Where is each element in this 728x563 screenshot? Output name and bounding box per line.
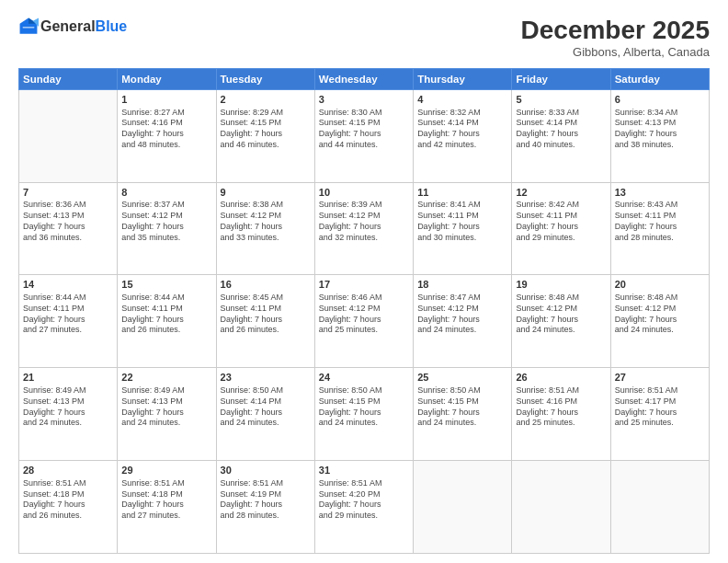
calendar-cell-w3d5: 18Sunrise: 8:47 AMSunset: 4:12 PMDayligh… <box>414 275 512 368</box>
calendar-cell-w3d4: 17Sunrise: 8:46 AMSunset: 4:12 PMDayligh… <box>314 275 413 368</box>
cell-text-line: Sunrise: 8:49 AM <box>23 385 113 396</box>
calendar-cell-w4d4: 24Sunrise: 8:50 AMSunset: 4:15 PMDayligh… <box>314 368 413 461</box>
calendar-table: Sunday Monday Tuesday Wednesday Thursday… <box>18 68 710 554</box>
cell-text-line: Sunrise: 8:27 AM <box>121 108 211 119</box>
calendar-cell-w2d5: 11Sunrise: 8:41 AMSunset: 4:11 PMDayligh… <box>414 182 512 275</box>
cell-text-line: Daylight: 7 hours <box>23 500 113 511</box>
cell-text-line: and 42 minutes. <box>417 140 507 151</box>
cell-text-line: Sunrise: 8:41 AM <box>417 200 507 211</box>
cell-text-line: and 26 minutes. <box>121 325 211 336</box>
page: GeneralBlue December 2025 Gibbons, Alber… <box>0 0 728 563</box>
cell-text-line: Sunset: 4:15 PM <box>221 118 311 129</box>
cell-text-line: and 32 minutes. <box>319 233 409 244</box>
cell-text-line: Daylight: 7 hours <box>319 129 409 140</box>
cell-text-line: Daylight: 7 hours <box>23 222 113 233</box>
cell-text-line: Sunset: 4:12 PM <box>121 211 211 222</box>
cell-text-line: Daylight: 7 hours <box>23 315 113 326</box>
calendar-cell-w5d6 <box>512 461 610 554</box>
month-title: December 2025 <box>521 17 710 45</box>
calendar-cell-w2d2: 8Sunrise: 8:37 AMSunset: 4:12 PMDaylight… <box>118 182 216 275</box>
cell-text-line: Daylight: 7 hours <box>121 222 211 233</box>
calendar-week-3: 14Sunrise: 8:44 AMSunset: 4:11 PMDayligh… <box>19 275 710 368</box>
cell-text-line: Sunrise: 8:39 AM <box>319 200 409 211</box>
calendar-cell-w4d5: 25Sunrise: 8:50 AMSunset: 4:15 PMDayligh… <box>414 368 512 461</box>
cell-text-line: Sunset: 4:12 PM <box>615 304 705 315</box>
cell-text-line: Sunrise: 8:51 AM <box>121 478 211 489</box>
cell-text-line: Sunrise: 8:48 AM <box>615 293 705 304</box>
cell-text-line: Daylight: 7 hours <box>319 315 409 326</box>
cell-text-line: and 33 minutes. <box>221 233 311 244</box>
cell-text-line: and 27 minutes. <box>23 325 113 336</box>
calendar-cell-w3d7: 20Sunrise: 8:48 AMSunset: 4:12 PMDayligh… <box>610 275 709 368</box>
cell-text-line: Sunset: 4:11 PM <box>615 211 705 222</box>
cell-text-line: Daylight: 7 hours <box>319 222 409 233</box>
header-saturday: Saturday <box>610 68 709 89</box>
cell-text-line: Sunrise: 8:50 AM <box>319 385 409 396</box>
calendar-week-4: 21Sunrise: 8:49 AMSunset: 4:13 PMDayligh… <box>19 368 710 461</box>
cell-text-line: Daylight: 7 hours <box>221 408 311 419</box>
cell-text-line: Sunset: 4:20 PM <box>319 489 409 500</box>
title-block: December 2025 Gibbons, Alberta, Canada <box>521 17 710 59</box>
cell-text-line: Sunrise: 8:33 AM <box>516 108 606 119</box>
cell-text-line: Daylight: 7 hours <box>121 408 211 419</box>
day-number: 19 <box>516 278 606 292</box>
day-number: 30 <box>221 464 311 477</box>
logo-icon <box>18 17 39 37</box>
day-number: 8 <box>121 186 211 200</box>
cell-text-line: Daylight: 7 hours <box>121 315 211 326</box>
cell-text-line: Daylight: 7 hours <box>417 222 507 233</box>
cell-text-line: Sunrise: 8:51 AM <box>221 478 311 489</box>
calendar-cell-w4d2: 22Sunrise: 8:49 AMSunset: 4:13 PMDayligh… <box>118 368 216 461</box>
cell-text-line: Sunset: 4:11 PM <box>121 304 211 315</box>
calendar-cell-w1d2: 1Sunrise: 8:27 AMSunset: 4:16 PMDaylight… <box>118 89 216 182</box>
cell-text-line: Sunset: 4:11 PM <box>516 211 606 222</box>
cell-text-line: Sunset: 4:12 PM <box>319 211 409 222</box>
cell-text-line: Daylight: 7 hours <box>417 408 507 419</box>
cell-text-line: Daylight: 7 hours <box>319 500 409 511</box>
cell-text-line: and 24 minutes. <box>319 418 409 429</box>
day-number: 7 <box>23 186 113 200</box>
logo-general: General <box>40 18 96 34</box>
cell-text-line: Sunrise: 8:32 AM <box>417 108 507 119</box>
calendar-cell-w5d4: 31Sunrise: 8:51 AMSunset: 4:20 PMDayligh… <box>314 461 413 554</box>
cell-text-line: Daylight: 7 hours <box>221 315 311 326</box>
cell-text-line: and 25 minutes. <box>516 418 606 429</box>
header-monday: Monday <box>118 68 216 89</box>
cell-text-line: and 27 minutes. <box>121 511 211 522</box>
day-number: 6 <box>615 93 705 107</box>
cell-text-line: and 24 minutes. <box>121 418 211 429</box>
header-wednesday: Wednesday <box>314 68 413 89</box>
cell-text-line: and 24 minutes. <box>221 418 311 429</box>
cell-text-line: and 40 minutes. <box>516 140 606 151</box>
cell-text-line: Sunrise: 8:49 AM <box>121 385 211 396</box>
day-number: 26 <box>516 371 606 385</box>
cell-text-line: and 25 minutes. <box>319 325 409 336</box>
day-number: 14 <box>23 278 113 292</box>
day-number: 2 <box>221 93 311 107</box>
cell-text-line: Sunrise: 8:51 AM <box>615 385 705 396</box>
calendar-cell-w2d1: 7Sunrise: 8:36 AMSunset: 4:13 PMDaylight… <box>19 182 118 275</box>
cell-text-line: Daylight: 7 hours <box>319 408 409 419</box>
day-number: 1 <box>121 93 211 107</box>
cell-text-line: Sunrise: 8:36 AM <box>23 200 113 211</box>
calendar-cell-w5d2: 29Sunrise: 8:51 AMSunset: 4:18 PMDayligh… <box>118 461 216 554</box>
cell-text-line: Sunset: 4:14 PM <box>417 118 507 129</box>
cell-text-line: Sunset: 4:11 PM <box>221 304 311 315</box>
cell-text-line: Sunrise: 8:50 AM <box>221 385 311 396</box>
cell-text-line: Sunset: 4:12 PM <box>221 211 311 222</box>
cell-text-line: Sunrise: 8:48 AM <box>516 293 606 304</box>
header: GeneralBlue December 2025 Gibbons, Alber… <box>18 17 710 59</box>
header-sunday: Sunday <box>19 68 118 89</box>
day-number: 20 <box>615 278 705 292</box>
calendar-cell-w1d3: 2Sunrise: 8:29 AMSunset: 4:15 PMDaylight… <box>216 89 314 182</box>
cell-text-line: Sunrise: 8:50 AM <box>417 385 507 396</box>
cell-text-line: Sunrise: 8:51 AM <box>516 385 606 396</box>
cell-text-line: Daylight: 7 hours <box>615 129 705 140</box>
cell-text-line: Sunrise: 8:42 AM <box>516 200 606 211</box>
calendar-cell-w4d1: 21Sunrise: 8:49 AMSunset: 4:13 PMDayligh… <box>19 368 118 461</box>
calendar-cell-w2d4: 10Sunrise: 8:39 AMSunset: 4:12 PMDayligh… <box>314 182 413 275</box>
location-subtitle: Gibbons, Alberta, Canada <box>521 45 710 59</box>
day-number: 23 <box>221 371 311 385</box>
cell-text-line: Sunrise: 8:51 AM <box>23 478 113 489</box>
cell-text-line: Daylight: 7 hours <box>615 408 705 419</box>
